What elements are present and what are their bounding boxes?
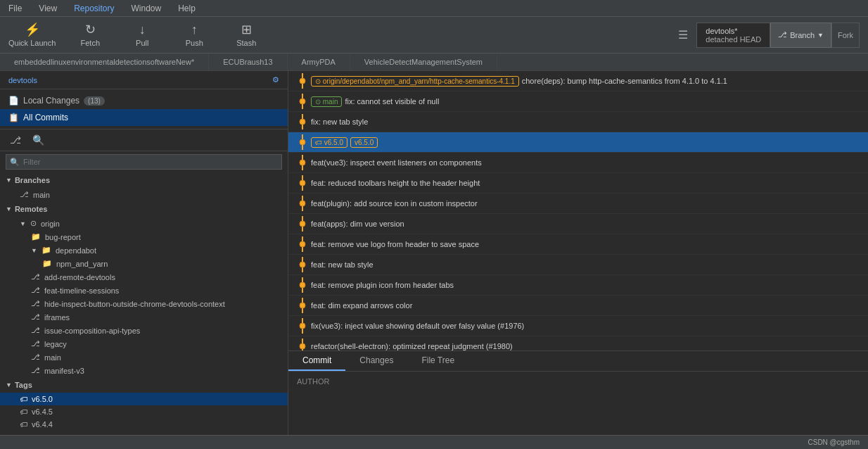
commit-msg-13: fix(vue3): inject value showing default … — [311, 322, 862, 330]
origin-icon: ⊙ — [30, 219, 37, 228]
commit-row[interactable]: feat(vue3): inspect event listeners on c… — [288, 153, 868, 173]
graph-col — [294, 216, 311, 232]
commit-msg-14: refactor(shell-electron): optimized repe… — [311, 342, 862, 350]
menu-view[interactable]: View — [36, 2, 60, 15]
settings-icon[interactable]: ⚙ — [272, 75, 279, 84]
commit-row[interactable]: feat: dim expand arrows color — [288, 296, 868, 316]
status-credit: CSDN @cgsthm — [808, 438, 860, 446]
tag-v645-label: v6.4.5 — [32, 407, 53, 416]
remote-issue-comp[interactable]: ⎇ issue-composition-api-types — [0, 324, 288, 337]
fetch-button[interactable]: ↻ Fetch — [72, 23, 108, 47]
commit-row[interactable]: feat: reduced toolbars height to the hea… — [288, 173, 868, 194]
tag-v644-label: v6.4.4 — [32, 420, 53, 429]
filter-input[interactable] — [6, 154, 282, 170]
commit-row[interactable]: feat: remove plugin icon from header tab… — [288, 275, 868, 296]
origin-label: origin — [41, 220, 60, 228]
dependabot-label: dependabot — [56, 246, 96, 255]
tag-v650[interactable]: 🏷 v6.5.0 — [0, 393, 288, 405]
remote-legacy[interactable]: ⎇ legacy — [0, 337, 288, 350]
remote-hide-inspect[interactable]: ⎇ hide-inspect-button-outside-chrome-dev… — [0, 297, 288, 310]
menu-window[interactable]: Window — [129, 2, 165, 15]
remote-origin[interactable]: ▼ ⊙ origin — [0, 217, 288, 230]
branch-button-label: Branch — [790, 31, 815, 39]
commit-row[interactable]: ⊙ origin/dependabot/npm_and_yarn/http-ca… — [288, 71, 868, 91]
branch-repo-name: devtools* — [706, 27, 761, 35]
commit-tag-http: ⊙ origin/dependabot/npm_and_yarn/http-ca… — [311, 76, 519, 87]
remote-feat-timeline[interactable]: ⎇ feat-timeline-sessions — [0, 284, 288, 297]
tags-triangle: ▼ — [6, 381, 12, 388]
menu-repository[interactable]: Repository — [71, 2, 117, 15]
commit-row[interactable]: feat(plugin): add source icon in custom … — [288, 194, 868, 214]
fork-button[interactable]: Fork — [831, 23, 860, 48]
detail-tab-filetree[interactable]: File Tree — [407, 351, 468, 371]
branch-button[interactable]: ⎇ Branch ▼ — [770, 23, 831, 48]
iframes-label: iframes — [44, 313, 70, 322]
branch-icon-main: ⎇ — [20, 190, 29, 199]
svg-point-18 — [300, 201, 305, 206]
sidebar-search-btn[interactable]: 🔍 — [28, 132, 49, 148]
remote-dependabot[interactable]: ▼ 📁 dependabot — [0, 244, 288, 257]
npm-yarn-label: npm_and_yarn — [56, 260, 108, 268]
branches-label: Branches — [15, 176, 50, 184]
repo-tab-0[interactable]: embeddedlinuxenvironmentaldetectionsoftw… — [0, 53, 209, 70]
commit-tag-v650a: 🏷 v6.5.0 — [311, 137, 347, 148]
bug-report-label: bug-report — [45, 233, 81, 241]
svg-point-6 — [300, 119, 305, 125]
tags-header[interactable]: ▼ Tags — [0, 377, 288, 393]
repo-tab-2[interactable]: ArmyPDA — [288, 53, 350, 70]
branch-info-lines: devtools* detached HEAD — [706, 27, 761, 44]
sidebar-branch-icon[interactable]: ⎇ — [6, 132, 25, 148]
quick-launch-button[interactable]: ⚡ Quick Launch — [8, 23, 56, 47]
branch-icon-add: ⎇ — [31, 272, 40, 282]
author-label: AUTHOR — [297, 377, 339, 386]
remote-main[interactable]: ⎇ main — [0, 350, 288, 364]
tag-v645[interactable]: 🏷 v6.4.5 — [0, 405, 288, 418]
detail-tab-commit[interactable]: Commit — [288, 351, 345, 371]
repo-tab-1[interactable]: ECUBraush13 — [209, 53, 287, 70]
commit-row[interactable]: feat: remove vue logo from header to sav… — [288, 234, 868, 255]
stash-button[interactable]: ⊞ Stash — [229, 23, 264, 47]
local-changes-label: Local Changes — [23, 96, 79, 106]
commit-row[interactable]: fix(vue3): inject value showing default … — [288, 316, 868, 336]
pull-button[interactable]: ↓ Pull — [125, 23, 160, 47]
commit-list: ⊙ origin/dependabot/npm_and_yarn/http-ca… — [288, 71, 868, 350]
commit-row[interactable]: feat: new tab style — [288, 255, 868, 275]
menu-file[interactable]: File — [6, 2, 25, 15]
toolbar: ⚡ Quick Launch ↻ Fetch ↓ Pull ↑ Push ⊞ S… — [0, 17, 868, 53]
remote-bug-report[interactable]: 📁 bug-report — [0, 230, 288, 244]
local-changes-item[interactable]: 📄 Local Changes (13) — [0, 92, 288, 109]
remote-iframes[interactable]: ⎇ iframes — [0, 310, 288, 324]
commit-msg-7: feat(plugin): add source icon in custom … — [311, 199, 862, 208]
commit-row[interactable]: feat(apps): dim vue version — [288, 214, 868, 234]
repo-tab-3[interactable]: VehicleDetectManagementSystem — [350, 53, 497, 70]
pull-icon: ↓ — [139, 23, 146, 36]
remotes-header[interactable]: ▼ Remotes — [0, 201, 288, 217]
remote-add-remote-devtools[interactable]: ⎇ add-remote-devtools — [0, 270, 288, 284]
branch-area: ☰ devtools* detached HEAD ⎇ Branch ▼ For… — [678, 23, 860, 48]
legacy-label: legacy — [44, 340, 67, 348]
commit-row[interactable]: ⊙ main fix: cannot set visible of null — [288, 91, 868, 112]
feat-timeline-label: feat-timeline-sessions — [44, 286, 119, 295]
branch-info: devtools* detached HEAD — [696, 23, 770, 48]
svg-point-30 — [300, 282, 305, 288]
branch-icon-rmain: ⎇ — [31, 353, 40, 362]
branch-icon: ⎇ — [778, 30, 787, 39]
branch-main[interactable]: ⎇ main — [0, 188, 288, 201]
commit-row[interactable]: fix: new tab style — [288, 112, 868, 132]
graph-col — [294, 236, 311, 252]
branches-header[interactable]: ▼ Branches — [0, 172, 288, 188]
commit-row[interactable]: refactor(shell-electron): optimized repe… — [288, 336, 868, 350]
detail-tab-changes[interactable]: Changes — [345, 351, 407, 371]
menu-help[interactable]: Help — [175, 2, 198, 15]
tag-v644[interactable]: 🏷 v6.4.4 — [0, 418, 288, 431]
folder-triangle-dep: ▼ — [31, 247, 37, 254]
push-button[interactable]: ↑ Push — [177, 23, 212, 47]
commit-row-selected[interactable]: 🏷 v6.5.0 v6.5.0 — [288, 132, 868, 153]
all-commits-item[interactable]: 📋 All Commits — [0, 109, 288, 126]
remote-npm-yarn[interactable]: 📁 npm_and_yarn — [0, 257, 288, 270]
repo-header: devtools ⚙ — [0, 71, 288, 89]
quick-launch-icon: ⚡ — [25, 23, 40, 36]
branch-icon-iframes: ⎇ — [31, 312, 40, 322]
folder-icon-bug: 📁 — [31, 232, 41, 241]
remote-manifest[interactable]: ⎇ manifest-v3 — [0, 364, 288, 377]
